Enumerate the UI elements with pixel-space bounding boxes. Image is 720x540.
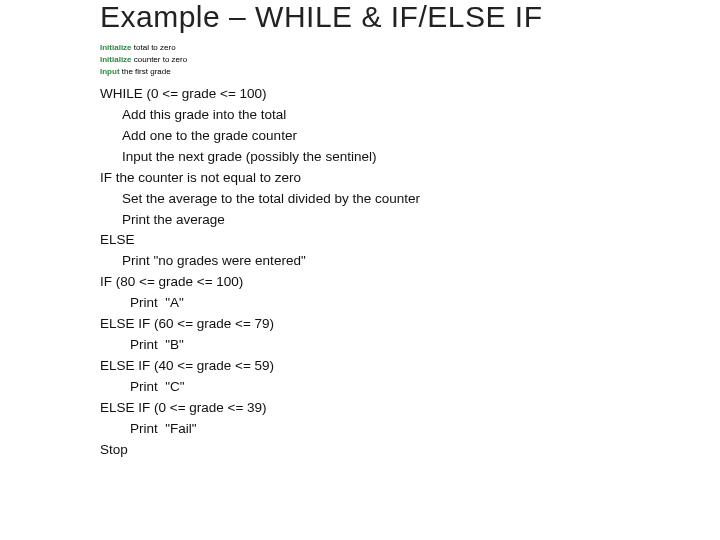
keyword: Input [100, 67, 120, 76]
code-line: Set the average to the total divided by … [100, 189, 720, 210]
code-line: Stop [100, 440, 720, 461]
init-block: Initialize total to zero Initialize coun… [100, 42, 720, 78]
code-line: ELSE IF (40 <= grade <= 59) [100, 356, 720, 377]
pseudocode-block: WHILE (0 <= grade <= 100) Add this grade… [100, 84, 720, 461]
init-line: Input the first grade [100, 66, 720, 78]
code-line: Print "B" [100, 335, 720, 356]
code-line: Input the next grade (possibly the senti… [100, 147, 720, 168]
code-line: Print "no grades were entered" [100, 251, 720, 272]
init-line: Initialize counter to zero [100, 54, 720, 66]
code-line: Add this grade into the total [100, 105, 720, 126]
code-line: Print "A" [100, 293, 720, 314]
init-text: the first grade [120, 67, 171, 76]
code-line: IF the counter is not equal to zero [100, 168, 720, 189]
code-line: Print the average [100, 210, 720, 231]
code-line: ELSE [100, 230, 720, 251]
code-line: WHILE (0 <= grade <= 100) [100, 84, 720, 105]
init-line: Initialize total to zero [100, 42, 720, 54]
keyword: Initialize [100, 55, 132, 64]
slide-title: Example – WHILE & IF/ELSE IF [100, 0, 720, 34]
code-line: ELSE IF (0 <= grade <= 39) [100, 398, 720, 419]
code-line: Add one to the grade counter [100, 126, 720, 147]
init-text: total to zero [132, 43, 176, 52]
init-text: counter to zero [132, 55, 188, 64]
code-line: Print "Fail" [100, 419, 720, 440]
slide: Example – WHILE & IF/ELSE IF Initialize … [0, 0, 720, 540]
code-line: Print "C" [100, 377, 720, 398]
keyword: Initialize [100, 43, 132, 52]
code-line: ELSE IF (60 <= grade <= 79) [100, 314, 720, 335]
code-line: IF (80 <= grade <= 100) [100, 272, 720, 293]
